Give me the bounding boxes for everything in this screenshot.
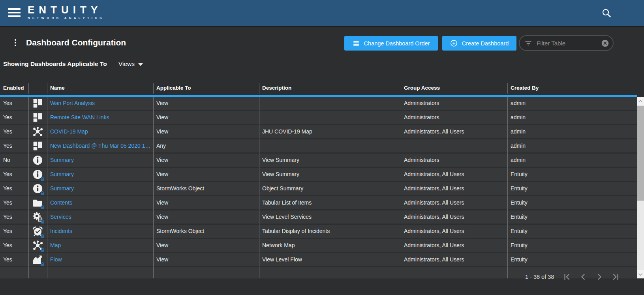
cell-created-by: Entuity xyxy=(507,225,637,238)
reorder-icon xyxy=(353,40,360,47)
cell-icon xyxy=(28,168,47,181)
filter-table-input[interactable] xyxy=(536,39,601,47)
lock-icon xyxy=(40,233,45,238)
cell-description xyxy=(259,97,401,110)
applicable-to-dropdown[interactable]: Views xyxy=(118,60,143,68)
scrollbar-thumb[interactable] xyxy=(637,106,644,201)
change-dashboard-order-button[interactable]: Change Dashboard Order xyxy=(344,36,438,51)
column-header-name[interactable]: Name xyxy=(47,85,153,91)
next-page-icon[interactable] xyxy=(595,272,604,281)
dashboard-icon xyxy=(32,112,43,123)
first-page-icon[interactable] xyxy=(563,272,571,281)
cell-created-by: Entuity xyxy=(507,168,637,181)
cell-created-by: admin xyxy=(507,111,637,124)
search-icon[interactable] xyxy=(601,8,612,18)
cell-icon xyxy=(28,97,47,110)
showing-dashboards-label: Showing Dashboards Applicable To xyxy=(3,60,107,68)
cell-group-access: Administrators, All Users xyxy=(401,225,507,238)
cell-enabled: Yes xyxy=(0,253,28,266)
cell-description xyxy=(259,139,401,152)
cell-group-access: Administrators xyxy=(401,97,507,110)
cell-description: View Summary xyxy=(259,154,401,167)
cell-enabled: No xyxy=(0,154,28,167)
column-header-enabled[interactable]: Enabled xyxy=(0,85,28,91)
cell-group-access: Administrators xyxy=(401,111,507,124)
previous-page-icon[interactable] xyxy=(579,272,588,281)
cell-group-access xyxy=(401,139,507,152)
page-menu-icon[interactable] xyxy=(13,39,18,49)
cell-created-by: Entuity xyxy=(507,196,637,209)
column-header-group-access[interactable]: Group Access xyxy=(401,85,507,91)
dashboard-link[interactable]: Wan Port Analysis xyxy=(47,97,153,110)
column-header-description[interactable]: Description xyxy=(259,85,401,91)
cell-applicable-to: View xyxy=(153,196,259,209)
cell-group-access: Administrators, All Users xyxy=(401,125,507,138)
cell-description: JHU COVID-19 Map xyxy=(259,125,401,138)
table-body: YesWan Port AnalysisViewAdministratorsad… xyxy=(0,97,637,278)
cell-enabled: Yes xyxy=(0,97,28,110)
dashboard-link[interactable]: COVID-19 Map xyxy=(47,125,153,138)
cell-enabled: Yes xyxy=(0,210,28,224)
cell-group-access: Administrators, All Users xyxy=(401,196,507,209)
dashboard-link[interactable]: Contents xyxy=(47,196,153,209)
dashboard-link[interactable]: Flow xyxy=(47,253,153,266)
dashboard-link[interactable]: Incidents xyxy=(47,225,153,238)
logo-subtitle: NETWORK ANALYTICS xyxy=(28,16,104,20)
lock-icon xyxy=(40,191,45,195)
cell-created-by: Entuity xyxy=(507,253,637,266)
column-header-applicable-to[interactable]: Applicable To xyxy=(153,85,259,91)
cell-description: View Level Flow xyxy=(259,253,401,266)
table-row: NoSummaryViewView SummaryAdministratorsa… xyxy=(0,154,637,167)
cell-group-access: Administrators, All Users xyxy=(401,182,507,195)
vertical-scrollbar[interactable] xyxy=(637,97,644,278)
lock-icon xyxy=(40,205,45,209)
clear-filter-icon[interactable] xyxy=(601,39,609,47)
map-icon xyxy=(32,126,43,137)
cell-enabled: Yes xyxy=(0,111,28,124)
column-divider xyxy=(259,83,259,94)
cell-empty xyxy=(28,267,47,278)
cell-enabled: Yes xyxy=(0,182,28,195)
cell-description: Network Map xyxy=(259,239,401,252)
cell-applicable-to: View xyxy=(153,111,259,124)
chevron-down-icon xyxy=(138,63,143,66)
logo-title: ENTUITY xyxy=(28,4,104,15)
services-icon xyxy=(32,211,43,223)
pagination-range: 1 - 38 of 38 xyxy=(525,274,554,280)
pagination: 1 - 38 of 38 xyxy=(525,271,620,283)
column-header-created-by[interactable]: Created By xyxy=(507,85,637,91)
scroll-down-button[interactable] xyxy=(637,270,644,278)
cell-applicable-to: View xyxy=(153,154,259,167)
menu-icon[interactable] xyxy=(8,8,21,19)
scroll-up-button[interactable] xyxy=(637,97,644,105)
cell-group-access: Administrators xyxy=(401,154,507,167)
dashboard-link[interactable]: Summary xyxy=(47,168,153,181)
last-page-icon[interactable] xyxy=(611,272,620,281)
change-dashboard-order-label: Change Dashboard Order xyxy=(364,40,430,47)
navbar: ENTUITY NETWORK ANALYTICS xyxy=(0,0,644,27)
cell-applicable-to: StormWorks Object xyxy=(153,225,259,238)
dashboard-link[interactable]: Services xyxy=(47,210,153,224)
dashboard-link[interactable]: Summary xyxy=(47,154,153,167)
column-divider xyxy=(401,83,401,94)
cell-group-access: Administrators, All Users xyxy=(401,168,507,181)
create-dashboard-label: Create Dashboard xyxy=(462,40,509,47)
column-divider xyxy=(28,97,29,278)
create-dashboard-button[interactable]: Create Dashboard xyxy=(442,36,516,51)
cell-enabled: Yes xyxy=(0,139,28,152)
dashboard-link[interactable]: Map xyxy=(47,239,153,252)
table-row: YesMapViewNetwork MapAdministrators, All… xyxy=(0,239,637,252)
dashboard-link[interactable]: New Dashboard @ Thu Mar 05 2020 1… xyxy=(47,139,153,152)
folder-icon xyxy=(32,197,43,209)
entuity-logo: ENTUITY NETWORK ANALYTICS xyxy=(28,4,104,20)
cell-description: View Summary xyxy=(259,168,401,181)
dashboard-link[interactable]: Summary xyxy=(47,182,153,195)
column-divider xyxy=(47,97,47,278)
column-divider xyxy=(507,83,508,94)
info-icon xyxy=(32,154,43,166)
cell-empty xyxy=(401,267,507,278)
dashboard-link[interactable]: Remote Site WAN Links xyxy=(47,111,153,124)
lock-icon xyxy=(40,177,45,181)
table-row: YesSummaryStormWorks ObjectObject Summar… xyxy=(0,182,637,195)
cell-applicable-to: Any xyxy=(153,139,259,152)
